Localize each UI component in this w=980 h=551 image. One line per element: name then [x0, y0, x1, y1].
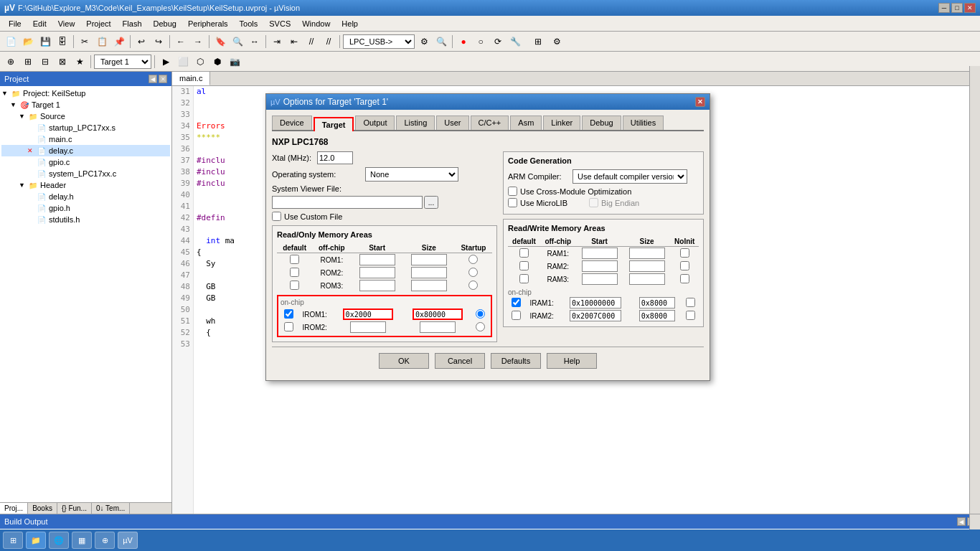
tree-target[interactable]: ▼ 🎯 Target 1 — [1, 99, 170, 110]
sys-viewer-input[interactable] — [272, 196, 423, 209]
ram3-default[interactable] — [519, 274, 529, 283]
iram2-size[interactable] — [639, 310, 675, 321]
menu-view[interactable]: View — [52, 18, 81, 29]
tb2-btn10[interactable]: 📷 — [227, 54, 242, 70]
close-window-button[interactable]: ✕ — [964, 3, 976, 13]
tb2-btn8[interactable]: ⬡ — [192, 54, 208, 70]
iram2-noinit[interactable] — [686, 311, 695, 320]
menu-svcs[interactable]: SVCS — [263, 18, 296, 29]
rom3-start[interactable] — [359, 280, 395, 291]
tab-listing[interactable]: Listing — [396, 116, 435, 130]
panel-pin-btn[interactable]: ◀ — [149, 75, 157, 83]
arm-compiler-select[interactable]: Use default compiler version — [573, 169, 687, 184]
iram1-size[interactable] — [639, 297, 675, 309]
stop-btn[interactable]: ○ — [473, 34, 489, 50]
menu-flash[interactable]: Flash — [117, 18, 148, 29]
menu-edit[interactable]: Edit — [27, 18, 52, 29]
menu-file[interactable]: File — [3, 18, 27, 29]
ram1-default[interactable] — [519, 248, 529, 258]
sys-viewer-browse-btn[interactable]: ... — [424, 196, 438, 209]
taskbar-windows-btn[interactable]: ⊞ — [3, 532, 23, 549]
menu-window[interactable]: Window — [296, 18, 336, 29]
tab-asm[interactable]: Asm — [510, 116, 542, 130]
nav-fwd-btn[interactable]: → — [190, 34, 206, 50]
tb2-btn4[interactable]: ⊠ — [55, 54, 70, 70]
ram1-start[interactable] — [582, 248, 618, 259]
irom1-default[interactable] — [284, 309, 293, 319]
dbg-btn[interactable]: 🔍 — [433, 34, 449, 50]
open-btn[interactable]: 📂 — [20, 34, 36, 50]
tab-device[interactable]: Device — [272, 116, 312, 130]
cancel-button[interactable]: Cancel — [435, 353, 485, 369]
menu-debug[interactable]: Debug — [148, 18, 182, 29]
tree-root[interactable]: ▼ 📁 Project: KeilSetup — [1, 88, 170, 99]
irom1-startup[interactable] — [476, 309, 485, 319]
rom2-size[interactable] — [411, 267, 447, 278]
indent-btn[interactable]: ⇥ — [269, 34, 285, 50]
menu-tools[interactable]: Tools — [234, 18, 264, 29]
microlib-checkbox[interactable] — [508, 198, 517, 207]
tb2-btn7[interactable]: ⬜ — [175, 54, 191, 70]
irom1-start[interactable] — [343, 309, 393, 320]
iram2-default[interactable] — [512, 311, 521, 320]
cut-btn[interactable]: ✂ — [77, 34, 93, 50]
taskbar-keil-btn[interactable]: µV — [118, 532, 138, 549]
rom2-default[interactable] — [290, 268, 299, 277]
tab-debug[interactable]: Debug — [582, 116, 621, 130]
rom3-size[interactable] — [411, 280, 447, 291]
rom2-start[interactable] — [359, 267, 395, 278]
target-config-btn[interactable]: ⚙ — [416, 34, 432, 50]
comment-btn[interactable]: // — [303, 34, 319, 50]
tb2-btn1[interactable]: ⊕ — [3, 54, 19, 70]
paste-btn[interactable]: 📌 — [111, 34, 127, 50]
tb2-btn5[interactable]: ★ — [72, 54, 88, 70]
rom1-startup[interactable] — [468, 255, 478, 264]
panel-tab-fun[interactable]: {} Fun... — [57, 503, 92, 514]
ram3-noinit[interactable] — [680, 274, 689, 283]
tree-file-delay-h[interactable]: 📄 delay.h — [1, 191, 170, 202]
os-select[interactable]: None — [365, 167, 458, 182]
ram2-noinit[interactable] — [680, 261, 689, 270]
outdent-btn[interactable]: ⇤ — [286, 34, 302, 50]
ram1-noinit[interactable] — [680, 248, 689, 258]
rom3-default[interactable] — [290, 281, 299, 290]
defaults-button[interactable]: Defaults — [491, 353, 541, 369]
tree-file-main[interactable]: 📄 main.c — [1, 133, 170, 145]
tb2-btn3[interactable]: ⊟ — [37, 54, 53, 70]
settings-btn[interactable]: ⚙ — [549, 34, 565, 50]
iram1-default[interactable] — [512, 298, 521, 307]
nav-back-btn[interactable]: ← — [173, 34, 189, 50]
minimize-button[interactable]: ─ — [938, 3, 950, 13]
options-dialog[interactable]: µV Options for Target 'Target 1' ✕ Devic… — [265, 93, 710, 381]
ram2-size[interactable] — [629, 260, 665, 272]
iram1-noinit[interactable] — [686, 298, 695, 307]
panel-close-btn[interactable]: ✕ — [159, 75, 167, 83]
help-button[interactable]: Help — [547, 353, 597, 369]
rom3-startup[interactable] — [468, 281, 478, 290]
tb2-btn2[interactable]: ⊞ — [20, 54, 36, 70]
undo-btn[interactable]: ↩ — [133, 34, 149, 50]
tab-cc[interactable]: C/C++ — [471, 116, 509, 130]
tree-file-gpio[interactable]: 📄 gpio.c — [1, 156, 170, 168]
tab-user[interactable]: User — [436, 116, 468, 130]
tree-file-stdutils[interactable]: 📄 stdutils.h — [1, 214, 170, 225]
menu-help[interactable]: Help — [336, 18, 364, 29]
uncomment-btn[interactable]: // — [321, 34, 336, 50]
irom1-size[interactable] — [413, 309, 463, 320]
tree-file-gpio-h[interactable]: 📄 gpio.h — [1, 202, 170, 214]
taskbar-terminal-btn[interactable]: ▦ — [72, 532, 92, 549]
panel-tab-tem[interactable]: 0↓ Tem... — [92, 503, 130, 514]
ok-button[interactable]: OK — [379, 353, 429, 369]
iram2-start[interactable] — [570, 310, 621, 321]
find-btn[interactable]: 🔍 — [230, 34, 245, 50]
tab-linker[interactable]: Linker — [543, 116, 580, 130]
iram1-start[interactable] — [570, 297, 621, 309]
cross-module-checkbox[interactable] — [508, 187, 517, 196]
tree-file-startup[interactable]: 📄 startup_LPC17xx.s — [1, 122, 170, 133]
copy-btn[interactable]: 📋 — [94, 34, 110, 50]
tree-file-delay-c[interactable]: ✕ 📄 delay.c — [1, 145, 170, 156]
ram1-size[interactable] — [629, 248, 665, 259]
menu-peripherals[interactable]: Peripherals — [182, 18, 234, 29]
irom2-size[interactable] — [420, 321, 456, 333]
tree-header-folder[interactable]: ▼ 📁 Header — [1, 179, 170, 191]
